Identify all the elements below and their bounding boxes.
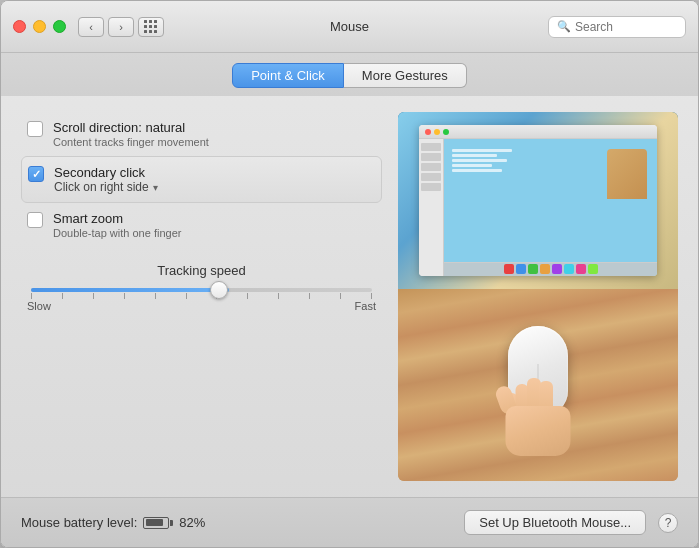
preview-screenshot <box>398 112 678 289</box>
preview-mouse-photo <box>398 289 678 481</box>
window-title: Mouse <box>330 19 369 34</box>
slider-labels: Slow Fast <box>27 300 376 312</box>
secondary-click-checkbox[interactable] <box>28 166 44 182</box>
slider-slow-label: Slow <box>27 300 51 312</box>
battery-percent: 82% <box>179 515 205 530</box>
ss-chair-graphic <box>607 149 647 199</box>
screenshot-content <box>444 139 657 276</box>
slider-container <box>27 288 376 292</box>
search-input[interactable] <box>575 20 677 34</box>
battery-icon <box>143 517 173 529</box>
screenshot-container <box>398 112 678 289</box>
left-panel: Scroll direction: natural Content tracks… <box>21 112 382 481</box>
dropdown-arrow-icon: ▾ <box>153 182 158 193</box>
screenshot-sidebar <box>419 139 444 276</box>
maximize-button[interactable] <box>53 20 66 33</box>
secondary-click-text: Secondary click Click on right side ▾ <box>54 165 158 194</box>
battery-cap <box>170 520 173 526</box>
smart-zoom-title: Smart zoom <box>53 211 181 226</box>
smart-zoom-text: Smart zoom Double-tap with one finger <box>53 211 181 239</box>
battery-label: Mouse battery level: <box>21 515 137 530</box>
minimize-button[interactable] <box>33 20 46 33</box>
back-button[interactable]: ‹ <box>78 17 104 37</box>
scroll-direction-checkbox[interactable] <box>27 121 43 137</box>
ss-max-dot <box>443 129 449 135</box>
scroll-direction-subtitle: Content tracks finger movement <box>53 136 209 148</box>
screenshot-menubar <box>419 125 657 139</box>
grid-button[interactable] <box>138 17 164 37</box>
ss-text-lines <box>452 149 512 172</box>
tab-point-click[interactable]: Point & Click <box>232 63 344 88</box>
grid-icon <box>144 20 158 34</box>
traffic-lights <box>13 20 66 33</box>
hand-shape <box>498 386 578 456</box>
forward-button[interactable]: › <box>108 17 134 37</box>
secondary-click-row: Secondary click Click on right side ▾ <box>21 156 382 203</box>
search-icon: 🔍 <box>557 20 571 33</box>
slider-ticks <box>31 293 372 299</box>
scroll-direction-title: Scroll direction: natural <box>53 120 209 135</box>
tracking-title: Tracking speed <box>27 263 376 278</box>
screenshot-body <box>419 139 657 276</box>
tabbar: Point & Click More Gestures <box>1 53 698 96</box>
battery-section: Mouse battery level: 82% <box>21 515 205 530</box>
battery-body <box>143 517 169 529</box>
tab-more-gestures[interactable]: More Gestures <box>344 63 467 88</box>
secondary-click-dropdown[interactable]: Click on right side ▾ <box>54 180 158 194</box>
window: ‹ › Mouse 🔍 Point & Click More Gestures <box>0 0 699 548</box>
nav-buttons: ‹ › <box>78 17 134 37</box>
content-area: Scroll direction: natural Content tracks… <box>1 96 698 497</box>
battery-fill <box>146 519 163 526</box>
slider-thumb[interactable] <box>210 281 228 299</box>
slider-fill <box>31 288 229 292</box>
footer: Mouse battery level: 82% Set Up Bluetoot… <box>1 497 698 547</box>
ss-min-dot <box>434 129 440 135</box>
scroll-direction-row: Scroll direction: natural Content tracks… <box>21 112 382 156</box>
slider-fast-label: Fast <box>355 300 376 312</box>
screenshot-dock <box>444 262 657 276</box>
palm <box>506 406 571 456</box>
help-button[interactable]: ? <box>658 513 678 533</box>
close-button[interactable] <box>13 20 26 33</box>
tracking-section: Tracking speed <box>21 263 382 312</box>
scroll-direction-text: Scroll direction: natural Content tracks… <box>53 120 209 148</box>
slider-track <box>31 288 372 292</box>
smart-zoom-checkbox[interactable] <box>27 212 43 228</box>
secondary-click-subtitle: Click on right side <box>54 180 149 194</box>
search-box[interactable]: 🔍 <box>548 16 686 38</box>
bluetooth-button[interactable]: Set Up Bluetooth Mouse... <box>464 510 646 535</box>
titlebar: ‹ › Mouse 🔍 <box>1 1 698 53</box>
ss-close-dot <box>425 129 431 135</box>
secondary-click-title: Secondary click <box>54 165 158 180</box>
smart-zoom-subtitle: Double-tap with one finger <box>53 227 181 239</box>
smart-zoom-row: Smart zoom Double-tap with one finger <box>21 203 382 247</box>
screenshot-inner <box>419 125 657 276</box>
right-panel <box>398 112 678 481</box>
